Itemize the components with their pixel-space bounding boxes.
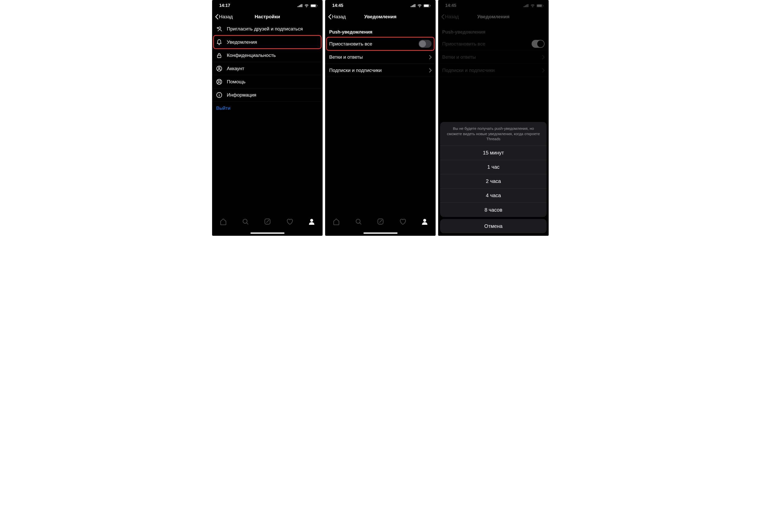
- action-sheet-description: Вы не будете получать push-уведомления, …: [440, 122, 547, 146]
- svg-rect-27: [524, 6, 524, 7]
- status-time: 14:45: [332, 3, 343, 8]
- cellular-icon: [298, 4, 303, 7]
- settings-item-privacy[interactable]: Конфиденциальность: [212, 49, 323, 62]
- action-sheet-cancel-card: Отмена: [440, 219, 547, 233]
- nav-back-button[interactable]: Назад: [328, 14, 346, 20]
- svg-rect-5: [311, 5, 316, 7]
- status-time: 14:17: [219, 3, 230, 8]
- tab-bar: [325, 215, 436, 236]
- svg-rect-8: [217, 55, 221, 58]
- row-pause-all[interactable]: Приостановить все: [438, 38, 549, 50]
- settings-item-label: Информация: [227, 92, 319, 98]
- settings-item-notifications[interactable]: Уведомления: [212, 36, 323, 49]
- lifebuoy-icon: [216, 79, 222, 85]
- settings-item-logout[interactable]: Выйти: [212, 102, 323, 115]
- row-label: Приостановить все: [442, 41, 527, 47]
- svg-rect-0: [298, 6, 298, 7]
- sheet-cancel-button[interactable]: Отмена: [440, 219, 547, 233]
- status-icons: [524, 4, 544, 7]
- status-bar: 14:17: [212, 0, 323, 11]
- nav-back-button[interactable]: Назад: [215, 14, 233, 20]
- settings-item-about[interactable]: Информация: [212, 88, 323, 102]
- nav-header: Назад Настройки: [212, 11, 323, 22]
- svg-point-7: [219, 27, 221, 29]
- screen-notifications: 14:45 Назад Уведомления Push-уведомления…: [325, 0, 436, 236]
- nav-header: Назад Уведомления: [325, 11, 436, 22]
- svg-rect-28: [525, 5, 526, 7]
- nav-back-button[interactable]: Назад: [441, 14, 459, 20]
- svg-point-12: [218, 81, 220, 83]
- tab-compose[interactable]: [264, 218, 271, 225]
- svg-rect-30: [528, 4, 528, 7]
- tab-profile[interactable]: [421, 218, 428, 225]
- sheet-option-8hours[interactable]: 8 часов: [440, 203, 547, 217]
- status-bar: 14:45: [438, 0, 549, 11]
- cellular-icon: [411, 4, 416, 7]
- row-follows[interactable]: Подписки и подписчики: [325, 64, 436, 77]
- chevron-right-icon: [542, 68, 545, 72]
- battery-icon: [536, 4, 544, 7]
- row-pause-all[interactable]: Приостановить все: [325, 38, 436, 50]
- logout-label: Выйти: [216, 106, 319, 111]
- settings-item-label: Конфиденциальность: [227, 52, 319, 58]
- bell-icon: [216, 39, 222, 45]
- cellular-icon: [524, 4, 529, 7]
- pause-all-toggle[interactable]: [419, 40, 431, 48]
- svg-point-10: [218, 67, 220, 68]
- settings-item-label: Пригласить друзей и подписаться: [227, 26, 319, 32]
- nav-header: Назад Уведомления: [438, 11, 549, 22]
- tab-search[interactable]: [355, 218, 362, 225]
- section-header-push: Push-уведомления: [325, 22, 436, 38]
- chevron-right-icon: [542, 55, 545, 59]
- settings-item-account[interactable]: Аккаунт: [212, 62, 323, 75]
- sheet-option-1hour[interactable]: 1 час: [440, 160, 547, 174]
- settings-item-invite[interactable]: Пригласить друзей и подписаться: [212, 22, 323, 36]
- svg-rect-6: [317, 5, 318, 6]
- battery-icon: [423, 4, 430, 7]
- chevron-right-icon: [429, 68, 431, 72]
- chevron-left-icon: [215, 14, 218, 20]
- chevron-right-icon: [429, 55, 431, 59]
- screen-settings: 14:17 Назад Настройки Пригласить друзей …: [212, 0, 323, 236]
- tab-search[interactable]: [242, 218, 249, 225]
- row-label: Ветки и ответы: [329, 54, 425, 60]
- svg-rect-3: [301, 4, 302, 7]
- status-icons: [411, 4, 430, 7]
- wifi-icon: [417, 4, 422, 7]
- chevron-left-icon: [441, 14, 444, 20]
- row-threads-replies[interactable]: Ветки и ответы: [325, 50, 436, 64]
- status-bar: 14:45: [325, 0, 436, 11]
- lock-icon: [216, 52, 222, 58]
- svg-rect-1: [299, 5, 300, 7]
- svg-rect-19: [413, 5, 414, 7]
- tab-home[interactable]: [333, 218, 340, 225]
- svg-rect-18: [412, 5, 413, 7]
- sheet-option-2hours[interactable]: 2 часа: [440, 174, 547, 189]
- row-threads-replies[interactable]: Ветки и ответы: [438, 50, 549, 64]
- sheet-option-15min[interactable]: 15 минут: [440, 146, 547, 160]
- battery-icon: [310, 4, 318, 7]
- pause-all-toggle[interactable]: [532, 40, 545, 48]
- settings-item-label: Уведомления: [227, 39, 319, 45]
- settings-item-label: Аккаунт: [227, 66, 319, 71]
- tab-home[interactable]: [220, 218, 227, 225]
- settings-item-help[interactable]: Помощь: [212, 75, 323, 88]
- row-follows[interactable]: Подписки и подписчики: [438, 64, 549, 77]
- tab-activity[interactable]: [399, 218, 406, 225]
- home-indicator: [363, 232, 398, 234]
- tab-compose[interactable]: [377, 218, 384, 225]
- tab-profile[interactable]: [308, 218, 315, 225]
- svg-rect-20: [415, 4, 415, 7]
- status-time: 14:45: [445, 3, 456, 8]
- account-icon: [216, 66, 222, 72]
- add-person-icon: [216, 26, 222, 32]
- notifications-list: Push-уведомления Приостановить все Ветки…: [325, 22, 436, 215]
- sheet-option-4hours[interactable]: 4 часа: [440, 189, 547, 203]
- wifi-icon: [304, 4, 309, 7]
- tab-bar: [212, 215, 323, 236]
- action-sheet-body: Вы не будете получать push-уведомления, …: [440, 122, 547, 217]
- svg-point-26: [423, 219, 426, 222]
- tab-activity[interactable]: [286, 218, 293, 225]
- svg-rect-33: [543, 5, 544, 6]
- svg-rect-17: [411, 6, 412, 7]
